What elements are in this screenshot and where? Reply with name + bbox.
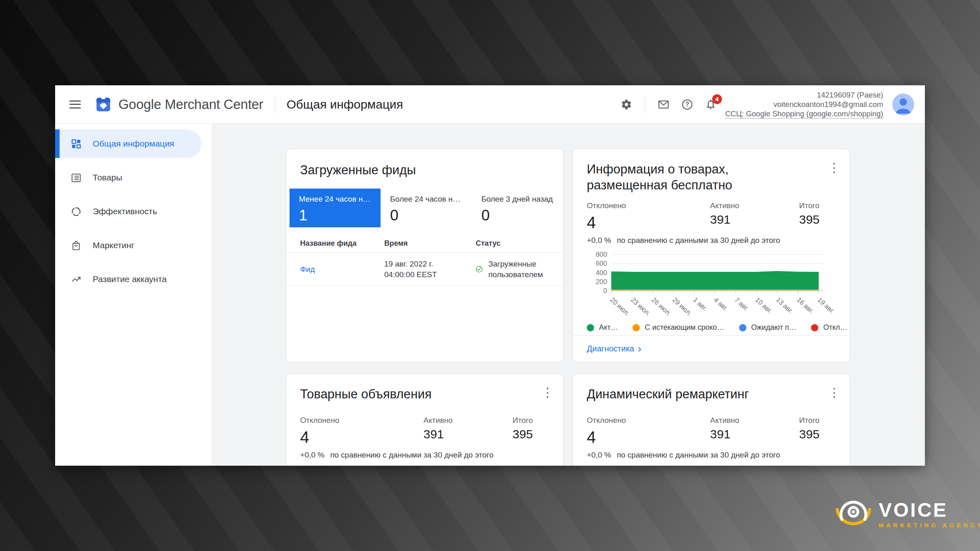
account-info: 142196097 (Paese) voitenckoanton1994@gma… <box>725 90 883 119</box>
sidebar-item-growth[interactable]: Развитие аккаунта <box>55 265 212 293</box>
dashboard-content: Загруженные фиды Менее 24 часов н… 1 Бол… <box>212 124 925 466</box>
svg-text:200: 200 <box>596 278 607 286</box>
sidebar-item-label: Эффективность <box>93 207 157 216</box>
card-title: Динамический ремаркетинг <box>587 386 835 402</box>
chevron-right-icon: › <box>637 345 642 353</box>
notifications-icon[interactable]: 4 <box>704 98 718 111</box>
stat-total: Итого 395 <box>799 416 835 447</box>
tab-more-3d[interactable]: Более 3 дней назад 0 <box>472 189 563 227</box>
voice-logo: VOICE MARKETING AGENCY <box>834 495 980 534</box>
svg-text:800: 800 <box>596 251 607 258</box>
voice-logo-name: VOICE <box>879 500 980 520</box>
header-actions: ? 4 <box>619 96 718 113</box>
voice-logo-icon <box>834 495 873 534</box>
menu-icon[interactable] <box>69 100 81 109</box>
sidebar-item-label: Маркетинг <box>93 240 134 250</box>
column-header-status: Статус <box>476 239 554 248</box>
sidebar-item-label: Товары <box>93 173 122 182</box>
mail-icon[interactable] <box>657 98 670 111</box>
stat-disapproved: Отклонено 4 <box>587 416 710 447</box>
svg-text:400: 400 <box>596 269 607 277</box>
chart-legend: Акт… С истекающим сроко… Ожидают п… <box>587 323 835 332</box>
svg-text:26 июл.: 26 июл. <box>650 296 673 317</box>
diagnostics-link[interactable]: Диагностика › <box>587 344 642 353</box>
delta-line: +0,0 %по сравнению с данными за 30 дней … <box>587 451 835 460</box>
delta-line: +0,0 %по сравнению с данными за 30 дней … <box>300 451 548 460</box>
legend-item-pending[interactable]: Ожидают п… <box>739 323 797 332</box>
growth-icon <box>71 274 82 285</box>
performance-icon <box>71 206 82 217</box>
account-email: voitenckoanton1994@gmail.com <box>725 100 883 109</box>
svg-text:19 авг.: 19 авг. <box>816 296 836 315</box>
app-body: Общая информация Товары Эффективность <box>55 124 925 466</box>
feeds-tabs: Менее 24 часов н… 1 Более 24 часов н… 0 … <box>290 189 563 227</box>
legend-dot-expiring <box>633 324 640 331</box>
svg-text:1 авг.: 1 авг. <box>692 296 709 312</box>
svg-text:20 июл.: 20 июл. <box>609 296 631 317</box>
stat-total: Итого 395 <box>512 416 548 447</box>
sidebar-item-label: Общая информация <box>93 139 174 149</box>
table-row: Фид 19 авг. 2022 г. 04:00:00 EEST Загруж… <box>286 253 563 286</box>
stat-active: Активно 391 <box>710 416 799 447</box>
card-menu-icon[interactable]: ⋮ <box>826 384 842 402</box>
free-listings-card: ⋮ Информация о товарах, размещенная бесп… <box>572 149 850 362</box>
sidebar-item-performance[interactable]: Эффективность <box>55 197 212 226</box>
products-icon <box>71 172 82 183</box>
svg-text:23 июл.: 23 июл. <box>630 296 652 317</box>
page-title: Общая информация <box>287 98 403 111</box>
svg-text:0: 0 <box>604 287 607 295</box>
feeds-table: Название фида Время Статус Фид 19 авг. 2… <box>286 235 563 286</box>
merchant-center-logo-icon <box>95 96 112 113</box>
card-menu-icon[interactable]: ⋮ <box>539 384 556 402</box>
stat-disapproved: Отклонено 4 <box>587 201 710 232</box>
voice-logo-tagline: MARKETING AGENCY <box>879 522 980 529</box>
remarketing-card: ⋮ Динамический ремаркетинг Отклонено 4 А… <box>572 373 850 466</box>
sidebar-item-overview[interactable]: Общая информация <box>55 129 201 158</box>
stat-total: Итого 395 <box>799 201 835 232</box>
presentation-slide: Google Merchant Center Общая информация … <box>0 0 980 551</box>
marketing-icon <box>71 240 82 251</box>
delta-line: +0,0 %по сравнению с данными за 30 дней … <box>587 236 835 245</box>
actions-divider <box>645 96 645 113</box>
help-icon[interactable]: ? <box>680 98 694 111</box>
legend-item-expiring[interactable]: С истекающим сроко… <box>633 323 724 332</box>
legend-dot-disapproved <box>811 324 818 331</box>
sidebar-item-marketing[interactable]: Маркетинг <box>55 231 212 260</box>
account-id: 142196097 (Paese) <box>725 90 883 100</box>
notifications-badge: 4 <box>712 94 722 104</box>
stat-active: Активно 391 <box>710 201 799 232</box>
top-app-bar: Google Merchant Center Общая информация … <box>55 85 925 124</box>
account-program: ССЦ: Google Shopping (google.com/shoppin… <box>725 109 883 119</box>
sidebar: Общая информация Товары Эффективность <box>55 124 212 466</box>
svg-text:16 авг.: 16 авг. <box>795 296 815 315</box>
dashboard-icon <box>71 138 82 149</box>
legend-item-active[interactable]: Акт… <box>587 323 618 332</box>
shopping-ads-stats: Отклонено 4 Активно 391 Итого 395 <box>300 416 548 447</box>
legend-dot-pending <box>739 324 746 331</box>
card-menu-icon[interactable]: ⋮ <box>826 159 842 177</box>
svg-text:29 июл.: 29 июл. <box>671 296 693 317</box>
settings-icon[interactable] <box>619 98 633 111</box>
legend-item-disapproved[interactable]: Откл… <box>811 323 847 332</box>
merchant-center-window: Google Merchant Center Общая информация … <box>55 85 925 466</box>
header-divider <box>275 96 275 113</box>
svg-text:7 авг.: 7 авг. <box>733 296 751 312</box>
stat-active: Активно 391 <box>423 416 512 447</box>
remarketing-stats: Отклонено 4 Активно 391 Итого 395 <box>587 416 835 447</box>
check-circle-icon <box>476 264 483 275</box>
tab-more-24h[interactable]: Более 24 часов н… 0 <box>381 189 472 227</box>
card-footer: Диагностика › <box>573 335 850 362</box>
column-header-feed-name: Название фида <box>300 239 384 248</box>
sidebar-item-label: Развитие аккаунта <box>93 274 167 284</box>
brand: Google Merchant Center <box>95 96 263 113</box>
feed-link[interactable]: Фид <box>300 265 315 273</box>
avatar[interactable] <box>892 93 914 116</box>
svg-text:13 авг.: 13 авг. <box>775 296 795 315</box>
card-title: Загруженные фиды <box>286 149 563 178</box>
sidebar-item-products[interactable]: Товары <box>55 163 212 192</box>
feed-status-text: Загруженные пользователем <box>488 259 554 280</box>
tab-less-24h[interactable]: Менее 24 часов н… 1 <box>290 189 381 227</box>
column-header-time: Время <box>384 239 476 248</box>
feed-status: Загруженные пользователем <box>476 259 554 280</box>
legend-dot-active <box>587 324 594 331</box>
